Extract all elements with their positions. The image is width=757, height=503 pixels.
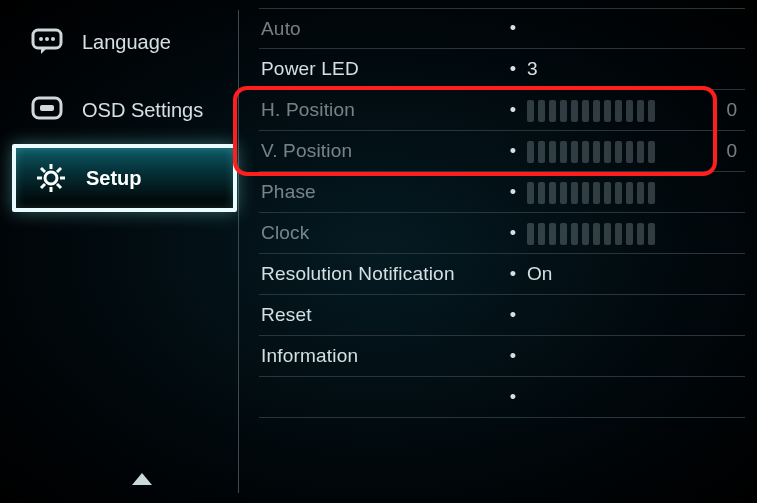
setting-row[interactable]: Auto•	[259, 8, 745, 49]
setting-row[interactable]: Information•	[259, 336, 745, 377]
bullet-icon: •	[499, 223, 527, 244]
setting-row[interactable]: V. Position•0	[259, 131, 745, 172]
osd-screen-icon	[30, 95, 64, 125]
setting-value	[527, 180, 707, 204]
svg-point-3	[51, 37, 55, 41]
bullet-icon: •	[499, 18, 527, 39]
bullet-icon: •	[499, 141, 527, 162]
setting-row[interactable]: Resolution Notification•On	[259, 254, 745, 295]
settings-panel: Auto•Power LED•3H. Position•0V. Position…	[237, 8, 745, 495]
setting-row[interactable]: Clock•	[259, 213, 745, 254]
setting-number: 0	[707, 99, 737, 121]
setting-label: Clock	[259, 222, 499, 244]
sidebar-item-language[interactable]: Language	[12, 8, 237, 76]
svg-rect-5	[40, 105, 54, 111]
setting-row[interactable]: Phase•	[259, 172, 745, 213]
setting-label: H. Position	[259, 99, 499, 121]
svg-line-13	[57, 168, 61, 172]
setting-label: Power LED	[259, 58, 499, 80]
setting-label: V. Position	[259, 140, 499, 162]
setting-label: Phase	[259, 181, 499, 203]
setting-value	[527, 98, 707, 122]
setting-value	[527, 221, 707, 245]
bullet-icon: •	[499, 305, 527, 326]
sidebar-item-osd-settings[interactable]: OSD Settings	[12, 76, 237, 144]
bullet-icon: •	[499, 59, 527, 80]
setting-label: Resolution Notification	[259, 263, 499, 285]
setting-row[interactable]: H. Position•0	[259, 90, 745, 131]
setting-row[interactable]: Reset•	[259, 295, 745, 336]
sidebar: Language OSD Settings	[12, 8, 237, 495]
sidebar-item-label: Setup	[86, 167, 142, 190]
setting-label: Auto	[259, 18, 499, 40]
bullet-icon: •	[499, 387, 527, 408]
svg-line-11	[41, 168, 45, 172]
svg-point-1	[39, 37, 43, 41]
bullet-icon: •	[499, 346, 527, 367]
setting-label: Reset	[259, 304, 499, 326]
svg-point-2	[45, 37, 49, 41]
svg-point-6	[45, 172, 57, 184]
setting-number: 0	[707, 140, 737, 162]
bullet-icon: •	[499, 182, 527, 203]
sidebar-item-label: OSD Settings	[82, 99, 203, 122]
setting-row[interactable]: Power LED•3	[259, 49, 745, 90]
setting-label: Information	[259, 345, 499, 367]
svg-line-12	[57, 184, 61, 188]
sidebar-item-setup[interactable]: Setup	[12, 144, 237, 212]
bullet-icon: •	[499, 100, 527, 121]
setting-value	[527, 139, 707, 163]
gear-icon	[34, 163, 68, 193]
setting-value: On	[527, 263, 707, 285]
sidebar-item-label: Language	[82, 31, 171, 54]
speech-bubble-icon	[30, 27, 64, 57]
scroll-up-indicator-icon[interactable]	[132, 473, 152, 485]
setting-value: 3	[527, 58, 707, 80]
setting-row[interactable]: •	[259, 377, 745, 418]
bullet-icon: •	[499, 264, 527, 285]
svg-line-14	[41, 184, 45, 188]
